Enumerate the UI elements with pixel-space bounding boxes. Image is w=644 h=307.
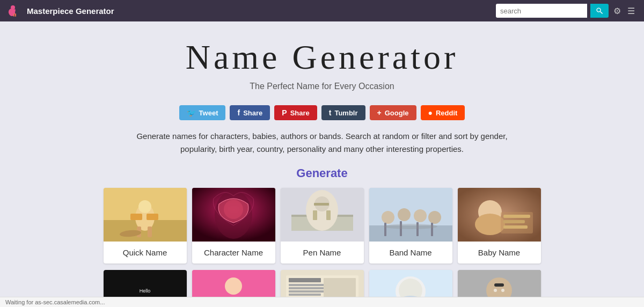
quick-name-illustration xyxy=(104,188,187,242)
svg-rect-3 xyxy=(15,13,16,17)
social-buttons-row: 🐦 Tweet f Share P Share t Tumblr + Googl… xyxy=(0,105,644,120)
hero-section: Name Generator The Perfect Name for Ever… xyxy=(0,21,644,105)
tumblr-label: Tumblr xyxy=(334,109,357,117)
svg-rect-44 xyxy=(503,225,528,229)
svg-point-78 xyxy=(501,289,504,292)
status-text: Waiting for as-sec.casalemedia.com... xyxy=(5,299,105,305)
tumblr-button[interactable]: t Tumblr xyxy=(321,105,365,120)
svg-point-32 xyxy=(428,211,441,224)
reddit-label: Reddit xyxy=(436,109,457,117)
pinterest-label: Share xyxy=(290,109,310,117)
svg-point-5 xyxy=(597,8,601,12)
card-grid-row1: Quick Name Charact xyxy=(11,188,633,264)
page-title: Name Generator xyxy=(11,38,633,77)
character-name-card[interactable]: Character Name xyxy=(192,188,275,264)
svg-point-77 xyxy=(494,289,497,292)
google-icon: + xyxy=(377,108,382,117)
svg-point-29 xyxy=(382,211,394,224)
svg-point-31 xyxy=(414,209,427,222)
svg-point-40 xyxy=(475,214,505,235)
svg-rect-55 xyxy=(289,287,329,289)
generate-section: Generate Quick Name xyxy=(0,166,644,307)
tweet-button[interactable]: 🐦 Tweet xyxy=(179,105,226,120)
svg-rect-24 xyxy=(313,210,317,220)
svg-rect-43 xyxy=(503,220,525,223)
svg-rect-36 xyxy=(431,223,433,236)
svg-line-6 xyxy=(600,11,602,13)
search-icon xyxy=(596,7,603,14)
quick-name-image xyxy=(104,188,187,242)
filter-icon-button[interactable]: ⚙ xyxy=(612,6,623,16)
search-button[interactable] xyxy=(590,4,609,18)
reddit-button[interactable]: ● Reddit xyxy=(421,105,465,120)
reddit-icon: ● xyxy=(428,108,433,117)
facebook-label: Share xyxy=(243,109,262,117)
flamingo-logo-icon xyxy=(8,5,23,17)
page-description: Generate names for characters, babies, a… xyxy=(107,130,537,156)
google-label: Google xyxy=(385,109,409,117)
facebook-share-button[interactable]: f Share xyxy=(230,105,270,120)
tumblr-icon: t xyxy=(329,108,332,117)
svg-point-37 xyxy=(384,224,437,229)
pen-name-image xyxy=(281,188,364,242)
facebook-icon: f xyxy=(237,108,240,117)
pen-name-card[interactable]: Pen Name xyxy=(281,188,364,264)
quick-name-card[interactable]: Quick Name xyxy=(104,188,187,264)
quick-name-label: Quick Name xyxy=(104,242,187,264)
svg-point-30 xyxy=(398,208,411,221)
band-name-card[interactable]: Band Name xyxy=(369,188,452,264)
svg-rect-76 xyxy=(494,283,504,287)
hero-subtitle: The Perfect Name for Every Occasion xyxy=(11,82,633,91)
search-input[interactable] xyxy=(496,4,587,18)
svg-rect-13 xyxy=(130,214,142,220)
band-name-image xyxy=(369,188,452,242)
generate-title: Generate xyxy=(11,166,633,180)
svg-point-12 xyxy=(138,200,151,213)
pen-name-label: Pen Name xyxy=(281,242,364,264)
tweet-label: Tweet xyxy=(199,109,218,117)
menu-icon-button[interactable]: ☰ xyxy=(626,6,636,16)
brand-name: Masterpiece Generator xyxy=(27,6,114,16)
svg-rect-53 xyxy=(289,278,321,282)
band-name-label: Band Name xyxy=(369,242,452,264)
svg-rect-57 xyxy=(289,294,321,296)
svg-point-46 xyxy=(225,277,242,295)
pen-name-illustration xyxy=(281,188,364,242)
baby-name-label: Baby Name xyxy=(458,242,541,264)
baby-name-image xyxy=(458,188,541,242)
twitter-icon: 🐦 xyxy=(187,108,196,117)
svg-rect-33 xyxy=(384,223,386,236)
svg-rect-25 xyxy=(326,210,331,220)
pinterest-share-button[interactable]: P Share xyxy=(274,105,317,120)
brand[interactable]: Masterpiece Generator xyxy=(8,5,114,17)
svg-rect-26 xyxy=(314,203,329,206)
svg-point-1 xyxy=(11,5,15,10)
status-bar: Waiting for as-sec.casalemedia.com... xyxy=(0,297,644,307)
svg-rect-58 xyxy=(324,278,356,299)
svg-rect-11 xyxy=(148,226,152,237)
baby-name-illustration xyxy=(458,188,541,242)
google-button[interactable]: + Google xyxy=(370,105,416,120)
character-name-image xyxy=(192,188,275,242)
hello-small-text: Hello xyxy=(120,288,170,295)
baby-name-card[interactable]: Baby Name xyxy=(458,188,541,264)
svg-rect-4 xyxy=(13,13,14,17)
svg-rect-14 xyxy=(147,214,158,220)
pinterest-icon: P xyxy=(282,108,287,117)
navbar: Masterpiece Generator ⚙ ☰ xyxy=(0,0,644,21)
nav-controls: ⚙ ☰ xyxy=(496,4,636,18)
character-name-illustration xyxy=(192,188,275,242)
band-name-illustration xyxy=(369,188,452,242)
character-name-label: Character Name xyxy=(192,242,275,264)
svg-rect-42 xyxy=(503,215,530,218)
